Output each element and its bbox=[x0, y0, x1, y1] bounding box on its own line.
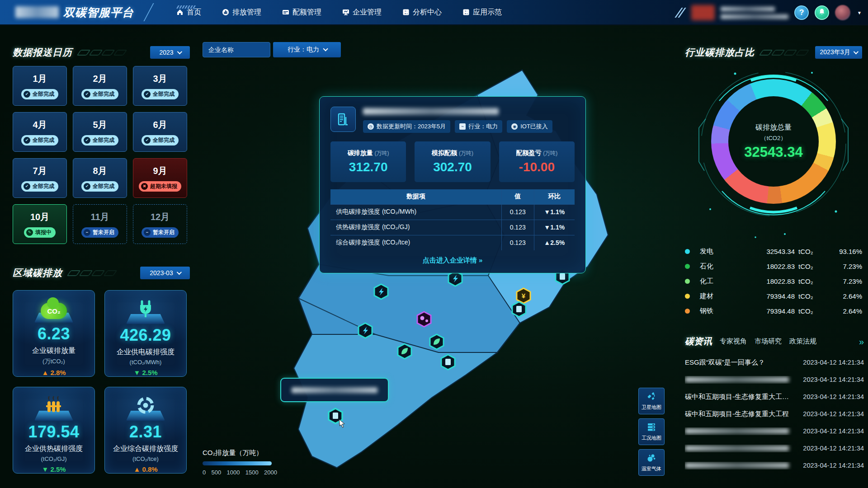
month-card-mar[interactable]: 3月✔全部完成 bbox=[133, 66, 187, 106]
question-icon: ? bbox=[799, 8, 804, 17]
news-item-redacted[interactable]: 2023-04-12 14:21:34 bbox=[685, 440, 864, 457]
help-button[interactable]: ? bbox=[794, 5, 809, 20]
month-card-apr[interactable]: 4月✔全部完成 bbox=[13, 112, 67, 152]
stat-card-composite-intensity: 2.31 企业综合碳排放强度 (tCO₂/tce) ▲ 0.8% bbox=[104, 387, 187, 474]
month-grid: 1月✔全部完成 2月✔全部完成 3月✔全部完成 4月✔全部完成 5月✔全部完成 … bbox=[13, 66, 190, 244]
check-icon: ✔ bbox=[84, 91, 90, 98]
month-card-oct[interactable]: 10月✎填报中 bbox=[13, 204, 67, 244]
delta-up: ▲ 0.8% bbox=[133, 465, 157, 473]
gradient-scale-bar bbox=[203, 461, 272, 465]
tab-policy[interactable]: 政策法规 bbox=[789, 337, 816, 346]
notification-button[interactable] bbox=[815, 5, 829, 20]
menu-item-demo[interactable]: +-×÷ 应用示范 bbox=[462, 8, 502, 17]
map-marker-doc[interactable] bbox=[441, 355, 455, 370]
satellite-icon bbox=[646, 391, 656, 402]
user-info-redacted bbox=[721, 7, 788, 19]
top-nav: 双碳智服平台 首页 排放管理 配额管理 企业管理 +-×÷ 分 bbox=[0, 0, 868, 25]
menu-item-home[interactable]: 首页 bbox=[176, 8, 201, 17]
month-card-may[interactable]: 5月✔全部完成 bbox=[73, 112, 127, 152]
tab-market-research[interactable]: 市场研究 bbox=[755, 337, 782, 346]
more-arrow-icon[interactable]: » bbox=[859, 337, 864, 346]
co2-cloud-icon: CO₂ bbox=[41, 303, 67, 319]
company-search-input[interactable] bbox=[203, 42, 270, 57]
tab-expert-view[interactable]: 专家视角 bbox=[720, 337, 747, 346]
map-marker-doc[interactable] bbox=[512, 302, 526, 317]
nav-right: ? ▼ bbox=[678, 0, 862, 25]
legend-row-steel: 钢铁79394.48tCO₂2.64% bbox=[685, 304, 862, 319]
map-marker-leaf[interactable] bbox=[430, 334, 443, 349]
news-item-redacted[interactable]: 2023-04-12 14:21:34 bbox=[685, 422, 864, 440]
delta-up: ▲ 2.8% bbox=[42, 369, 66, 376]
menu-item-emission[interactable]: 排放管理 bbox=[222, 8, 261, 17]
map-marker-molecule[interactable] bbox=[417, 312, 431, 327]
check-icon: ✔ bbox=[144, 91, 151, 98]
map-marker-bolt[interactable] bbox=[374, 284, 388, 299]
table-row: 综合碳排放强度 (tCO₂/tce)0.123▲2.5% bbox=[330, 235, 575, 250]
legend-row-petro: 石化18022.83tCO₂7.23% bbox=[685, 259, 862, 274]
news-item[interactable]: 碳中和五期项目-生态修复重大工程...2023-04-12 14:21:34 bbox=[685, 388, 864, 405]
month-card-feb[interactable]: 2月✔全部完成 bbox=[73, 66, 127, 106]
news-item[interactable]: ESG跟“双碳”是一回事么？2023-04-12 14:21:34 bbox=[685, 354, 864, 371]
map-tooltip bbox=[280, 378, 389, 402]
chevron-down-icon bbox=[176, 270, 181, 275]
iot-chip: ◉IOT已接入 bbox=[507, 120, 552, 133]
user-org-badge-redacted bbox=[691, 5, 715, 20]
company-name-redacted bbox=[363, 108, 499, 115]
gauge-icon bbox=[136, 395, 156, 417]
menu-item-quota[interactable]: 配额管理 bbox=[282, 8, 321, 17]
industry-share-panel: 行业碳排放占比 2023年3月 碳排放总量 （tC bbox=[685, 46, 862, 319]
company-detail-link[interactable]: 点击进入企业详情 » bbox=[330, 256, 575, 265]
nav-ticks-decoration bbox=[177, 5, 195, 9]
month-card-jul[interactable]: 7月✔全部完成 bbox=[13, 158, 67, 198]
building-icon bbox=[330, 107, 356, 132]
server-icon bbox=[646, 422, 656, 433]
news-item-redacted[interactable]: 2023-04-12 14:21:34 bbox=[685, 371, 864, 388]
month-card-aug[interactable]: 8月✔全部完成 bbox=[73, 158, 127, 198]
check-icon: ✔ bbox=[24, 91, 30, 98]
map-layer-controls: 卫星地图 工况地图 温室气体 bbox=[638, 388, 665, 476]
news-item-redacted[interactable]: 2023-04-12 14:21:34 bbox=[685, 457, 864, 474]
industry-period-select[interactable]: 2023年3月 bbox=[815, 46, 862, 59]
title-decoration bbox=[79, 50, 125, 56]
clock-icon: ◷ bbox=[368, 123, 374, 130]
menu-item-enterprise[interactable]: 企业管理 bbox=[342, 8, 382, 17]
month-card-jan[interactable]: 1月✔全部完成 bbox=[13, 66, 67, 106]
check-icon: ✔ bbox=[144, 137, 151, 144]
user-avatar[interactable] bbox=[835, 5, 850, 20]
condition-map-button[interactable]: 工况地图 bbox=[638, 418, 665, 445]
regional-stat-grid: CO₂ 6.23 企业碳排放量 (万tCO₂) ▲ 2.8% 426.29 企业… bbox=[13, 290, 190, 474]
minus-icon: − bbox=[144, 229, 151, 236]
month-card-jun[interactable]: 6月✔全部完成 bbox=[133, 112, 187, 152]
map-marker-yen[interactable]: ¥ bbox=[517, 288, 530, 303]
svg-text:¥: ¥ bbox=[522, 292, 526, 300]
calendar-year-select[interactable]: 2023 bbox=[150, 46, 190, 59]
map-marker-leaf[interactable] bbox=[398, 344, 411, 359]
greenhouse-gas-button[interactable]: 温室气体 bbox=[638, 449, 665, 476]
chevron-down-icon bbox=[177, 49, 182, 54]
month-card-sep[interactable]: 9月✖超期未填报 bbox=[133, 158, 187, 198]
regional-period-select[interactable]: 2023-03 bbox=[140, 267, 190, 279]
news-item[interactable]: 碳中和五期项目-生态修复重大工程2023-04-12 14:21:34 bbox=[685, 405, 864, 422]
satellite-map-button[interactable]: 卫星地图 bbox=[638, 388, 665, 414]
regional-title: 区域碳排放 bbox=[13, 267, 62, 279]
month-card-dec[interactable]: 12月−暂未开启 bbox=[133, 204, 187, 244]
company-detail-popup: ◷数据更新时间：2023年5月 ~行业：电力 ◉IOT已接入 碳排放量 (万吨)… bbox=[319, 96, 586, 273]
industry-filter-select[interactable]: 行业：电力 bbox=[273, 42, 341, 57]
legend-row-chem: 化工18022.83tCO₂7.23% bbox=[685, 274, 862, 289]
news-list: ESG跟“双碳”是一回事么？2023-04-12 14:21:34 2023-0… bbox=[685, 354, 864, 474]
popup-data-table: 数据项 值 环比 供电碳排放强度 (tCO₂/MWh)0.123▼1.1% 供热… bbox=[330, 189, 575, 250]
industry-icon: ~ bbox=[459, 123, 466, 130]
plug-icon bbox=[136, 299, 156, 320]
quota-icon bbox=[282, 9, 289, 16]
month-card-nov[interactable]: 11月−暂未开启 bbox=[73, 204, 127, 244]
slash-decoration bbox=[678, 8, 683, 18]
map-marker-bolt[interactable] bbox=[359, 323, 372, 338]
user-menu-caret-icon[interactable]: ▼ bbox=[857, 10, 862, 15]
popup-stat-quota: 模拟配额 (万吨) 302.70 bbox=[415, 141, 490, 182]
menu-item-analysis[interactable]: +-×÷ 分析中心 bbox=[402, 8, 442, 17]
industry-legend: 发电32543.34tCO₂93.16% 石化18022.83tCO₂7.23%… bbox=[685, 244, 862, 319]
update-time-chip: ◷数据更新时间：2023年5月 bbox=[363, 120, 450, 133]
stat-card-power-intensity: 426.29 企业供电碳排强度 (tCO₂/MWh) ▼ 2.5% bbox=[104, 290, 187, 377]
logo-title: 双碳智服平台 bbox=[63, 5, 134, 20]
home-icon bbox=[176, 9, 184, 16]
